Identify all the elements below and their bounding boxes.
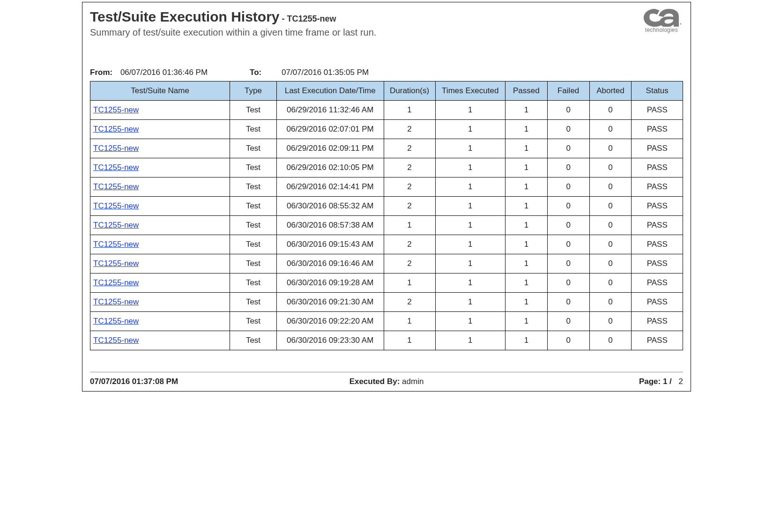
cell-type: Test [230,331,277,350]
col-ldt: Last Execution Date/Time [276,81,384,101]
cell-passed: 1 [505,120,547,139]
cell-name: TC1255-new [90,158,230,177]
exec-label: Executed By: [349,377,400,386]
cell-dur: 2 [384,254,435,273]
cell-times: 1 [435,273,505,293]
cell-failed: 0 [547,312,589,331]
test-link[interactable]: TC1255-new [93,125,139,133]
table-header-row: Test/Suite Name Type Last Execution Date… [90,81,683,101]
table-row: TC1255-newTest06/30/2016 09:23:30 AM1110… [90,331,683,350]
table-row: TC1255-newTest06/29/2016 02:10:05 PM2110… [90,158,683,177]
col-name: Test/Suite Name [90,81,230,101]
cell-times: 1 [435,177,505,197]
col-aborted: Aborted [589,81,632,101]
cell-name: TC1255-new [90,177,230,197]
cell-times: 1 [435,254,505,273]
cell-type: Test [230,293,277,312]
cell-failed: 0 [547,197,589,216]
cell-name: TC1255-new [90,254,230,273]
page-subtitle: Summary of test/suite execution within a… [90,27,640,38]
cell-name: TC1255-new [90,273,230,293]
cell-type: Test [230,139,277,158]
cell-aborted: 0 [589,120,632,139]
cell-times: 1 [435,120,505,139]
cell-aborted: 0 [589,216,632,235]
cell-passed: 1 [505,235,547,254]
col-passed: Passed [505,81,547,101]
col-status: Status [632,81,683,101]
cell-status: PASS [632,254,683,273]
cell-failed: 0 [547,235,589,254]
table-row: TC1255-newTest06/29/2016 11:32:46 AM1110… [90,101,683,120]
to-label: To: [250,68,261,77]
test-link[interactable]: TC1255-new [93,105,139,114]
test-link[interactable]: TC1255-new [93,317,139,325]
cell-failed: 0 [547,216,589,235]
cell-type: Test [230,101,277,120]
cell-passed: 1 [505,197,547,216]
cell-failed: 0 [547,101,589,120]
cell-times: 1 [435,312,505,331]
cell-name: TC1255-new [90,139,230,158]
cell-ldt: 06/30/2016 09:16:46 AM [276,254,384,273]
table-row: TC1255-newTest06/30/2016 09:19:28 AM1110… [90,273,683,293]
cell-status: PASS [632,120,683,139]
test-link[interactable]: TC1255-new [93,201,139,210]
cell-status: PASS [632,312,683,331]
cell-type: Test [230,120,277,139]
cell-dur: 1 [384,216,435,235]
results-table: Test/Suite Name Type Last Execution Date… [90,81,683,350]
cell-name: TC1255-new [90,216,230,235]
cell-times: 1 [435,139,505,158]
report-page: Test/Suite Execution History - TC1255-ne… [82,2,691,392]
cell-passed: 1 [505,177,547,197]
ca-logo: technologies [640,7,683,33]
test-link[interactable]: TC1255-new [93,144,139,153]
test-link[interactable]: TC1255-new [93,163,139,172]
cell-passed: 1 [505,331,547,350]
from-value: 06/07/2016 01:36:46 PM [120,68,208,77]
cell-name: TC1255-new [90,235,230,254]
cell-status: PASS [632,158,683,177]
test-link[interactable]: TC1255-new [93,259,139,268]
cell-type: Test [230,177,277,197]
page-title: Test/Suite Execution History - TC1255-ne… [90,9,640,24]
footer-page: Page: 1 / 2 [639,377,683,386]
table-row: TC1255-newTest06/30/2016 09:15:43 AM2110… [90,235,683,254]
table-row: TC1255-newTest06/30/2016 08:57:38 AM1110… [90,216,683,235]
cell-ldt: 06/29/2016 02:14:41 PM [276,177,384,197]
test-link[interactable]: TC1255-new [93,278,139,287]
table-row: TC1255-newTest06/29/2016 02:14:41 PM2110… [90,177,683,197]
cell-status: PASS [632,273,683,293]
cell-ldt: 06/30/2016 08:57:38 AM [276,216,384,235]
test-link[interactable]: TC1255-new [93,240,139,249]
cell-aborted: 0 [589,293,632,312]
cell-status: PASS [632,177,683,197]
cell-name: TC1255-new [90,120,230,139]
cell-passed: 1 [505,216,547,235]
test-link[interactable]: TC1255-new [93,182,139,191]
table-row: TC1255-newTest06/29/2016 02:09:11 PM2110… [90,139,683,158]
from-block: From: 06/07/2016 01:36:46 PM [90,68,208,77]
cell-name: TC1255-new [90,312,230,331]
cell-status: PASS [632,331,683,350]
title-main: Test/Suite Execution History [90,9,280,24]
cell-name: TC1255-new [90,101,230,120]
cell-aborted: 0 [589,331,632,350]
cell-passed: 1 [505,273,547,293]
cell-type: Test [230,197,277,216]
test-link[interactable]: TC1255-new [93,336,139,345]
cell-failed: 0 [547,273,589,293]
cell-passed: 1 [505,158,547,177]
cell-ldt: 06/30/2016 09:21:30 AM [276,293,384,312]
cell-status: PASS [632,139,683,158]
cell-failed: 0 [547,331,589,350]
cell-aborted: 0 [589,254,632,273]
test-link[interactable]: TC1255-new [93,221,139,229]
page-label: Page: 1 / [639,377,672,386]
cell-passed: 1 [505,293,547,312]
cell-type: Test [230,235,277,254]
test-link[interactable]: TC1255-new [93,297,139,306]
cell-dur: 1 [384,273,435,293]
cell-aborted: 0 [589,177,632,197]
